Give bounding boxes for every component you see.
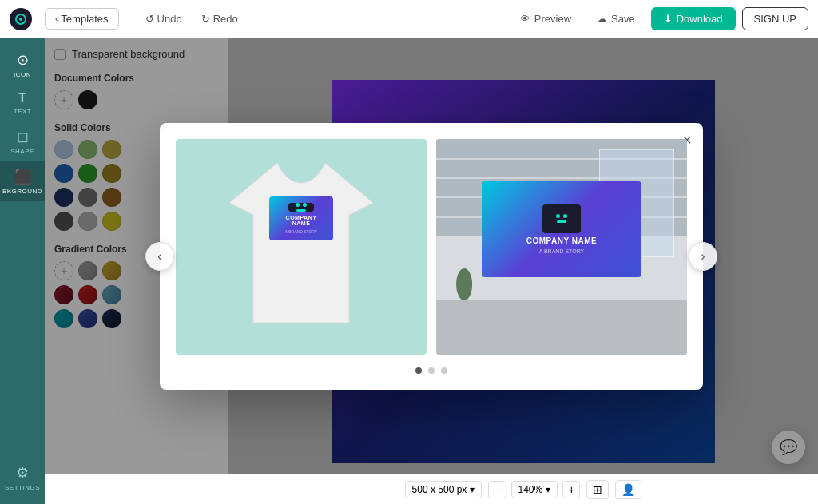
icon-icon: ⊙ (17, 51, 29, 69)
robot-eye-right (303, 203, 307, 207)
sidebar-item-text[interactable]: T TEXT (0, 85, 45, 121)
canvas-size-label: 500 x 500 px (412, 484, 467, 495)
divider (129, 10, 129, 29)
grid-button[interactable]: ⊞ (586, 480, 609, 499)
preview-modal: × (160, 123, 703, 390)
sidebar-item-settings-label: SETTINGS (5, 484, 40, 491)
office-logo-card: COMPANY NAME A BRAND STORY (482, 181, 641, 277)
robot-eye-2-right (563, 214, 567, 218)
redo-icon: ↻ (201, 13, 210, 25)
size-select[interactable]: 500 x 500 px ▾ (405, 481, 482, 498)
tshirt-mockup: COMPANY NAME A BRAND STORY (176, 139, 427, 355)
tagline-label: A BRAND STORY (285, 229, 317, 234)
templates-label: Templates (61, 13, 108, 25)
signup-button[interactable]: SIGN UP (742, 7, 808, 30)
chevron-down-icon: ▾ (546, 484, 550, 495)
eye-icon: 👁 (520, 13, 530, 25)
svg-point-1 (19, 18, 22, 21)
robot-eye-left (296, 203, 300, 207)
templates-button[interactable]: ‹ Templates (45, 8, 119, 30)
office-inner: COMPANY NAME A BRAND STORY (436, 139, 687, 355)
background-icon: ⬛ (14, 168, 31, 185)
robot-mouth (296, 209, 306, 212)
plant (456, 268, 472, 300)
shape-icon: ◻ (17, 128, 29, 145)
chevron-left-icon: ‹ (55, 14, 58, 23)
prev-arrow-icon: ‹ (157, 249, 161, 264)
undo-button[interactable]: ↺ Undo (139, 9, 189, 29)
chevron-down-icon: ▾ (470, 484, 475, 495)
redo-label: Redo (213, 13, 238, 25)
zoom-out-button[interactable]: − (488, 481, 506, 498)
pagination-dot-1[interactable] (415, 367, 422, 374)
save-button[interactable]: ☁ Save (587, 9, 645, 29)
undo-icon: ↺ (145, 13, 154, 25)
download-label: Download (677, 13, 723, 25)
bottom-toolbar: 500 x 500 px ▾ − 140% ▾ + ⊞ 👤 (228, 474, 818, 504)
sidebar: ⊙ ICON T TEXT ◻ SHAPE ⬛ BKGROUND ⚙ SETTI… (0, 38, 45, 504)
sidebar-item-background-label: BKGROUND (2, 188, 42, 195)
office-logo-container: COMPANY NAME A BRAND STORY (482, 181, 641, 277)
modal-pagination-dots (176, 367, 687, 374)
zoom-level-label: 140% (518, 484, 543, 495)
zoom-in-button[interactable]: + (562, 481, 580, 498)
robot-eyes (296, 203, 307, 207)
preview-button[interactable]: 👁 Preview (510, 9, 581, 29)
preview-label: Preview (534, 13, 571, 25)
modal-prev-button[interactable]: ‹ (145, 242, 174, 271)
next-arrow-icon: › (701, 249, 705, 264)
sidebar-item-icon-label: ICON (14, 71, 31, 78)
text-icon: T (18, 91, 26, 105)
logo (10, 8, 32, 30)
pagination-dot-3[interactable] (441, 367, 447, 374)
tshirt-svg (229, 163, 373, 331)
signup-label: SIGN UP (754, 13, 796, 25)
sidebar-item-shape[interactable]: ◻ SHAPE (0, 121, 45, 161)
robot-icon (288, 203, 314, 212)
sidebar-item-background[interactable]: ⬛ BKGROUND (0, 161, 45, 201)
zoom-controls: − 140% ▾ + (488, 481, 580, 498)
download-icon: ⬇ (664, 13, 673, 25)
topbar: ‹ Templates ↺ Undo ↻ Redo 👁 Preview ☁ Sa… (0, 0, 818, 38)
redo-button[interactable]: ↻ Redo (195, 9, 244, 29)
zoom-display[interactable]: 140% ▾ (511, 481, 558, 498)
tshirt-mockup-wrap: COMPANY NAME A BRAND STORY (176, 139, 427, 355)
office-tagline: A BRAND STORY (539, 248, 585, 254)
robot-mouth-2 (557, 220, 566, 223)
pagination-dot-2[interactable] (428, 367, 435, 374)
office-robot-icon (542, 204, 581, 233)
floor (436, 300, 687, 355)
save-label: Save (611, 13, 635, 25)
tshirt-logo-card: COMPANY NAME A BRAND STORY (269, 196, 333, 240)
sidebar-item-icon[interactable]: ⊙ ICON (0, 45, 45, 85)
save-icon: ☁ (597, 13, 607, 25)
robot-eye-2-left (556, 214, 560, 218)
undo-label: Undo (157, 13, 182, 25)
settings-icon: ⚙ (16, 464, 29, 482)
user-button[interactable]: 👤 (615, 480, 641, 499)
office-mockup: COMPANY NAME A BRAND STORY (436, 139, 687, 355)
modal-images: COMPANY NAME A BRAND STORY (176, 139, 687, 355)
modal-overlay: × (45, 38, 818, 474)
sidebar-item-shape-label: SHAPE (10, 148, 34, 155)
company-name-label: COMPANY NAME (277, 215, 325, 226)
office-mockup-wrap: COMPANY NAME A BRAND STORY (436, 139, 687, 355)
office-company-name: COMPANY NAME (526, 236, 597, 245)
sidebar-item-settings[interactable]: ⚙ SETTINGS (0, 458, 45, 498)
robot-eyes-2 (556, 214, 567, 218)
sidebar-item-text-label: TEXT (14, 108, 31, 115)
download-button[interactable]: ⬇ Download (651, 7, 736, 30)
modal-next-button[interactable]: › (689, 242, 717, 271)
